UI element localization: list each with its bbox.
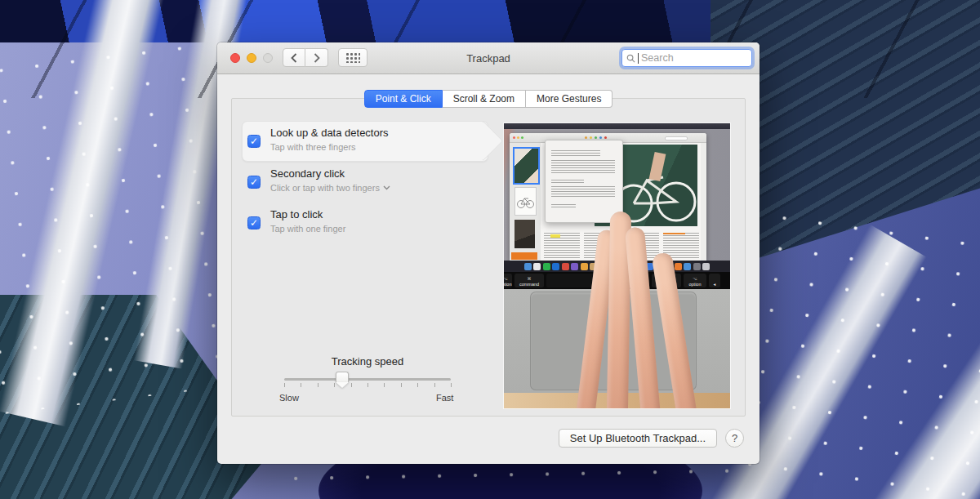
close-button[interactable]: [230, 53, 240, 63]
mini-dock-icon: [693, 263, 701, 270]
mini-toolbar-button: [590, 136, 592, 139]
mini-dock-icon: [675, 263, 682, 270]
mini-dock-icon: [581, 263, 588, 270]
popup-text-lines: [551, 180, 584, 183]
zoom-button-disabled: [263, 53, 273, 63]
popup-text-lines: [551, 204, 576, 207]
tab-bar: Point & Click Scroll & Zoom More Gesture…: [217, 90, 760, 108]
thumb-body: [336, 372, 349, 382]
grid-icon: [346, 53, 360, 63]
checkmark-icon: ✓: [250, 177, 258, 187]
mini-dock-icon: [524, 263, 532, 270]
mini-thumbnail-bike-drawing: [514, 187, 537, 216]
point-and-click-pane: ✓ Look up & data detectors Tap with thre…: [231, 98, 746, 417]
search-placeholder: Search: [641, 52, 674, 64]
slider-tick: [401, 383, 402, 387]
slider-min-label: Slow: [279, 393, 299, 403]
setting-label: Secondary click: [270, 167, 345, 180]
text-caret: [638, 53, 639, 64]
slider-tick: [334, 383, 335, 387]
setting-label: Tap to click: [270, 208, 323, 221]
mini-dock-icon: [543, 263, 550, 270]
mini-thumbnail-photo: [514, 220, 535, 248]
mini-toolbar-button: [604, 136, 607, 139]
key-command-left: ⌘ command: [514, 274, 544, 287]
help-button[interactable]: ?: [725, 429, 744, 448]
mini-highlight: [550, 234, 560, 238]
key-arrow-partial: ◂: [709, 274, 720, 287]
mini-orange-block: [511, 252, 537, 260]
bicycle-sketch-icon: [515, 188, 536, 215]
mini-dock-icon: [552, 263, 559, 270]
key-label: command: [519, 281, 539, 287]
trackpad-preferences-window: Trackpad Search Point & Click Scroll & Z…: [217, 42, 760, 464]
slider-tick: [301, 383, 301, 387]
mini-menu-bar: [504, 123, 730, 129]
key-option-left: ⌥ option: [504, 274, 512, 287]
title-bar[interactable]: Trackpad Search: [217, 42, 760, 74]
search-icon: [626, 54, 635, 63]
popup-text-lines: [551, 160, 615, 173]
tab-point-and-click[interactable]: Point & Click: [364, 90, 443, 108]
tracking-speed-track[interactable]: [284, 378, 451, 381]
key-option-right: ⌥ option: [684, 274, 706, 287]
slider-tick: [351, 383, 352, 387]
tap-to-click-checkbox[interactable]: ✓: [247, 216, 261, 229]
tab-scroll-and-zoom[interactable]: Scroll & Zoom: [443, 90, 526, 108]
popup-text-lines: [551, 150, 600, 156]
slider-tick: [451, 383, 452, 387]
mini-dock-icon: [562, 263, 569, 270]
key-label: option: [504, 281, 512, 287]
mini-dock-icon: [533, 263, 541, 270]
slider-tick: [384, 383, 385, 387]
minimize-button[interactable]: [247, 53, 256, 63]
mini-thumbnail-selected: [513, 147, 540, 185]
back-button[interactable]: [283, 48, 305, 67]
chevron-right-icon: [314, 53, 320, 63]
search-input[interactable]: Search: [621, 49, 752, 67]
mini-dock-icon: [571, 263, 578, 270]
mini-toolbar-button: [595, 136, 597, 139]
setup-bluetooth-trackpad-button[interactable]: Set Up Bluetooth Trackpad...: [559, 429, 717, 448]
slider-tick: [368, 383, 368, 387]
popup-text-lines: [551, 186, 615, 197]
secondary-click-checkbox[interactable]: ✓: [247, 176, 261, 189]
checkmark-icon: ✓: [250, 136, 258, 146]
look-up-checkbox[interactable]: ✓: [247, 135, 261, 148]
background-ceiling-lights: [0, 43, 248, 413]
tracking-speed-thumb[interactable]: [336, 372, 349, 387]
mini-toolbar-button: [585, 136, 587, 139]
key-label: option: [689, 281, 702, 287]
key-label: ◂: [714, 281, 716, 287]
tracking-speed-label: Tracking speed: [284, 355, 451, 368]
tab-more-gestures[interactable]: More Gestures: [526, 90, 612, 108]
slider-tick: [318, 383, 318, 387]
mini-toolbar-button: [599, 136, 602, 139]
mini-search-box: [665, 136, 688, 140]
gesture-demo-video: BIKES: [504, 123, 730, 408]
slider-max-label: Fast: [436, 393, 452, 403]
mini-close-dot: [513, 136, 515, 139]
setting-sublabel: Click or tap with two fingers: [270, 183, 380, 193]
mini-dock-icon: [684, 263, 691, 270]
slider-tick: [417, 383, 418, 387]
mini-orange-heading: [663, 233, 684, 234]
chevron-left-icon: [291, 53, 297, 63]
slider-tick: [284, 383, 285, 387]
show-all-button[interactable]: [338, 48, 368, 67]
mini-sidebar: [510, 143, 541, 261]
setting-sublabel: Tap with one finger: [270, 224, 345, 234]
mini-text-column: [544, 233, 580, 259]
forward-button[interactable]: [305, 48, 328, 67]
slider-tick: [434, 383, 435, 387]
mini-zoom-dot: [521, 136, 523, 139]
thumb-point: [336, 382, 349, 388]
navigation-buttons: [283, 48, 328, 67]
setting-sublabel-dropdown[interactable]: Click or tap with two fingers: [270, 183, 390, 193]
checkmark-icon: ✓: [250, 218, 258, 228]
mini-dock-icon: [702, 263, 710, 270]
setting-sublabel: Tap with three fingers: [270, 142, 356, 152]
chevron-down-icon: [383, 185, 390, 190]
mini-lookup-popup: [545, 140, 623, 223]
mini-minimize-dot: [517, 136, 519, 139]
